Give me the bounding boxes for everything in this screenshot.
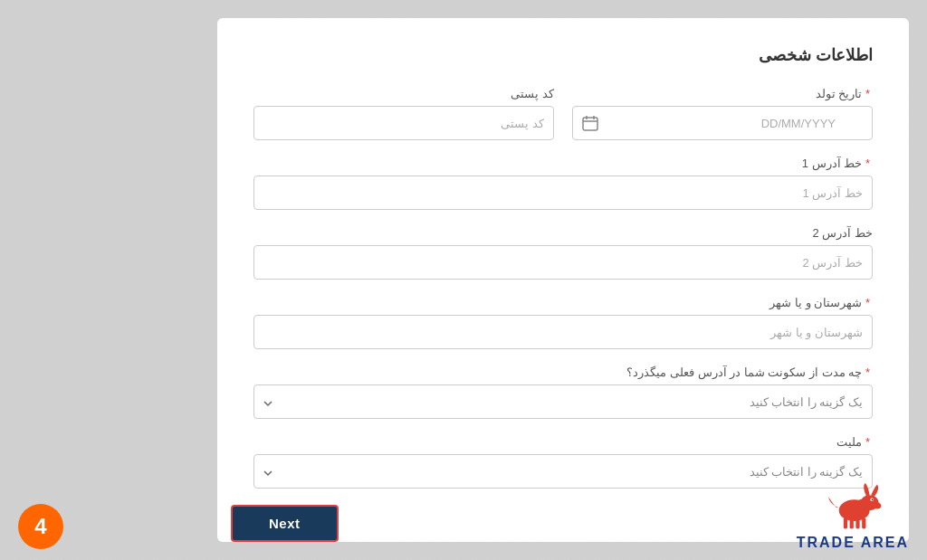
residence-duration-label: * چه مدت از سکونت شما در آدرس فعلی میگذر… <box>253 365 873 379</box>
address2-label: خط آدرس 2 <box>253 226 873 240</box>
city-input[interactable] <box>253 315 873 349</box>
city-label: * شهرستان و یا شهر <box>253 296 873 309</box>
svg-rect-7 <box>844 518 847 529</box>
svg-point-11 <box>874 503 881 509</box>
page-wrapper: اطلاعات شخصی * تاریخ تولد <box>0 0 927 560</box>
logo-area: TRADE AREA <box>797 481 909 551</box>
svg-rect-0 <box>583 118 597 130</box>
birth-date-label: * تاریخ تولد <box>572 87 873 100</box>
svg-rect-10 <box>862 518 865 529</box>
residence-duration-group: * چه مدت از سکونت شما در آدرس فعلی میگذر… <box>253 365 873 419</box>
form-card: اطلاعات شخصی * تاریخ تولد <box>217 18 909 542</box>
postal-code-label: کد پستی <box>253 87 554 100</box>
svg-rect-8 <box>849 519 853 528</box>
address1-group: * خط آدرس 1 <box>253 157 873 210</box>
city-row: * شهرستان و یا شهر <box>253 296 873 349</box>
next-button-area: Next <box>231 505 339 542</box>
address1-label: * خط آدرس 1 <box>253 157 873 170</box>
section-title: اطلاعات شخصی <box>253 45 873 65</box>
date-input-wrapper <box>572 106 873 140</box>
step-badge: 4 <box>18 504 63 549</box>
birth-date-input[interactable] <box>572 106 873 140</box>
svg-point-13 <box>872 498 874 500</box>
nationality-row: * ملیت یک گزینه را انتخاب کنید <box>253 435 873 489</box>
address2-group: خط آدرس 2 <box>253 226 873 280</box>
city-group: * شهرستان و یا شهر <box>253 296 873 349</box>
residence-duration-row: * چه مدت از سکونت شما در آدرس فعلی میگذر… <box>253 365 873 419</box>
residence-duration-select-wrapper: یک گزینه را انتخاب کنید <box>253 384 873 419</box>
calendar-icon[interactable] <box>581 114 599 132</box>
svg-point-6 <box>856 498 869 509</box>
residence-duration-select[interactable]: یک گزینه را انتخاب کنید <box>253 384 873 419</box>
address1-input[interactable] <box>253 176 873 210</box>
birth-date-group: * تاریخ تولد <box>572 87 873 140</box>
nationality-label: * ملیت <box>253 435 873 449</box>
address1-row: * خط آدرس 1 <box>253 157 873 210</box>
logo-text: TRADE AREA <box>797 535 909 551</box>
next-button[interactable]: Next <box>231 505 339 542</box>
svg-rect-9 <box>855 519 859 528</box>
nationality-group: * ملیت یک گزینه را انتخاب کنید <box>253 435 873 489</box>
postal-code-group: کد پستی <box>253 87 554 140</box>
bull-logo-icon <box>821 481 884 531</box>
top-row: * تاریخ تولد <box>253 87 873 140</box>
address2-row: خط آدرس 2 <box>253 226 873 280</box>
nationality-select[interactable]: یک گزینه را انتخاب کنید <box>253 454 873 489</box>
nationality-select-wrapper: یک گزینه را انتخاب کنید <box>253 454 873 489</box>
postal-code-input[interactable] <box>253 106 554 140</box>
address2-input[interactable] <box>253 245 873 280</box>
